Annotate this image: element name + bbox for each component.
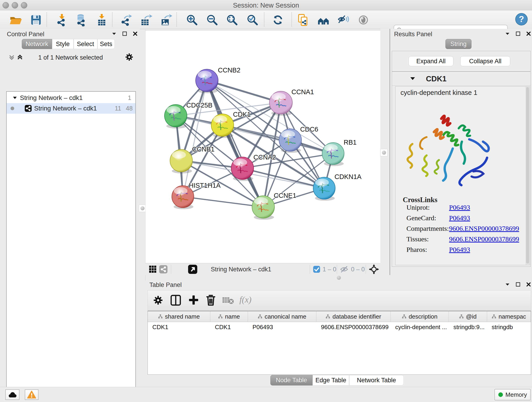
- warnings-button[interactable]: [25, 389, 38, 400]
- export-image-icon[interactable]: [159, 13, 172, 26]
- tab-string[interactable]: String: [445, 39, 472, 49]
- panel-float-icon[interactable]: [515, 282, 520, 287]
- tab-sets[interactable]: Sets: [97, 39, 115, 49]
- show-all-icon[interactable]: [357, 13, 370, 26]
- application-window: Session: New Session: [0, 0, 532, 402]
- share-network-icon[interactable]: [159, 265, 168, 274]
- network-options-gear-icon[interactable]: [125, 53, 133, 61]
- panel-menu-icon[interactable]: [112, 31, 117, 36]
- clone-network-icon[interactable]: [297, 13, 310, 26]
- delete-table-icon[interactable]: [222, 296, 234, 305]
- function-builder-icon[interactable]: f(x): [239, 294, 252, 305]
- node-label-ccne1: CCNE1: [274, 192, 296, 199]
- help-icon[interactable]: ?: [515, 13, 528, 26]
- results-panel: Results Panel String Expand All Collapse…: [390, 29, 532, 275]
- panel-menu-icon[interactable]: [505, 31, 510, 36]
- zoom-in-icon[interactable]: [186, 13, 198, 26]
- zoom-selected-icon[interactable]: [246, 13, 259, 26]
- panel-close-icon[interactable]: [526, 282, 531, 287]
- network-tree: String Network – cdk1 1 String Network –…: [6, 91, 136, 402]
- first-neighbors-icon[interactable]: [317, 13, 330, 26]
- expand-all-button[interactable]: Expand All: [409, 56, 453, 66]
- column-header-name[interactable]: name: [210, 311, 248, 322]
- column-header-canonical-name[interactable]: canonical name: [248, 311, 317, 322]
- toolbar-separator: [177, 12, 177, 27]
- save-session-icon[interactable]: [30, 13, 42, 26]
- table-cell[interactable]: stringdb: [487, 322, 531, 332]
- right-splitter[interactable]: [380, 29, 389, 275]
- panel-menu-icon[interactable]: [505, 282, 510, 287]
- panel-float-icon[interactable]: [515, 31, 520, 36]
- grid-view-icon[interactable]: [149, 265, 157, 273]
- delete-column-trash-icon[interactable]: [206, 294, 216, 306]
- cloud-status-button[interactable]: [5, 389, 19, 400]
- crosslink-link[interactable]: 9606.ENSP00000378699: [449, 225, 519, 232]
- section-content: cyclin-dependent kinase 1: [395, 86, 528, 265]
- export-network-icon[interactable]: [120, 13, 133, 26]
- tab-style[interactable]: Style: [52, 39, 74, 49]
- table-cell[interactable]: stringdb:9...: [449, 322, 487, 332]
- crosslink-link[interactable]: 9606.ENSP00000378699: [449, 235, 519, 243]
- bottom-splitter-handle[interactable]: [337, 276, 341, 280]
- tab-node-table[interactable]: Node Table: [270, 375, 312, 385]
- tree-expand-icon[interactable]: [13, 96, 17, 100]
- bottom-splitter[interactable]: [145, 275, 532, 281]
- column-header-shared-name[interactable]: shared name: [148, 311, 210, 322]
- panel-close-icon[interactable]: [526, 31, 531, 36]
- table-cell[interactable]: 9606.ENSP00000378699: [317, 322, 391, 332]
- node-table[interactable]: shared namenamecanonical namedatabase id…: [147, 311, 531, 375]
- results-scrollbar[interactable]: [526, 86, 530, 265]
- node-label-ccna1: CCNA1: [291, 88, 314, 96]
- table-row[interactable]: CDK1CDK1P064939606.ENSP00000378699cyclin…: [148, 322, 531, 332]
- import-table-file-icon[interactable]: [95, 13, 108, 26]
- network-row-selected[interactable]: String Network – cdk1 11 48: [7, 103, 135, 114]
- tab-network[interactable]: Network: [22, 39, 52, 49]
- network-collection-row[interactable]: String Network – cdk1 1: [7, 93, 135, 103]
- table-cell[interactable]: cyclin-dependent ...: [391, 322, 449, 332]
- crosslink-link[interactable]: P06493: [449, 204, 470, 211]
- create-column-plus-icon[interactable]: [188, 294, 199, 306]
- show-columns-icon[interactable]: [170, 294, 181, 306]
- memory-button[interactable]: Memory: [494, 389, 531, 400]
- left-splitter[interactable]: [140, 29, 146, 387]
- tab-network-table[interactable]: Network Table: [349, 375, 404, 385]
- tab-select[interactable]: Select: [74, 39, 97, 49]
- crosslink-link[interactable]: P06493: [449, 214, 470, 222]
- table-cell[interactable]: P06493: [248, 322, 317, 332]
- import-network-file-icon[interactable]: [56, 13, 68, 26]
- column-header-database-identifier[interactable]: database identifier: [317, 311, 391, 322]
- pan-crosshair-icon[interactable]: [369, 264, 379, 274]
- zoom-fit-icon[interactable]: [226, 13, 239, 26]
- node-label-ccnb2: CCNB2: [218, 66, 240, 74]
- collapse-all-button[interactable]: Collapse All: [460, 56, 510, 66]
- refresh-view-icon[interactable]: [272, 13, 284, 26]
- network-canvas[interactable]: CCNB2CCNA1CDC25BCDK1CDC6RB1CCNB1CCNA2CDK…: [145, 31, 380, 263]
- table-settings-gear-icon[interactable]: [153, 295, 163, 306]
- right-splitter-handle[interactable]: [380, 149, 388, 156]
- table-cell[interactable]: CDK1: [210, 322, 248, 332]
- column-header--id[interactable]: @id: [449, 311, 487, 322]
- table-cell[interactable]: CDK1: [148, 322, 210, 332]
- node-label-rb1: RB1: [344, 139, 356, 146]
- network-edge[interactable]: [183, 197, 263, 207]
- node-label-cdc25b: CDC25B: [186, 102, 212, 109]
- column-header-namespac[interactable]: namespac: [487, 311, 531, 322]
- selected-checkbox-icon[interactable]: [313, 266, 320, 273]
- crosslink-label: Compartments:: [406, 225, 449, 232]
- zoom-out-icon[interactable]: [206, 13, 219, 26]
- crosslink-link[interactable]: P06493: [449, 246, 470, 254]
- panel-close-icon[interactable]: [133, 31, 138, 36]
- hide-selected-icon[interactable]: [337, 13, 350, 26]
- cloud-icon: [8, 391, 17, 398]
- node-label-ccna2: CCNA2: [253, 153, 276, 161]
- tab-edge-table[interactable]: Edge Table: [312, 375, 349, 385]
- memory-status-dot-icon: [498, 392, 503, 397]
- export-table-icon[interactable]: [139, 13, 152, 26]
- open-session-icon[interactable]: [9, 13, 22, 26]
- network-edge[interactable]: [183, 80, 207, 197]
- section-collapse-icon[interactable]: [410, 76, 415, 81]
- import-network-database-icon[interactable]: [75, 13, 88, 26]
- panel-float-icon[interactable]: [122, 31, 127, 36]
- column-header-description[interactable]: description: [391, 311, 449, 322]
- birds-eye-view-icon[interactable]: [188, 264, 197, 274]
